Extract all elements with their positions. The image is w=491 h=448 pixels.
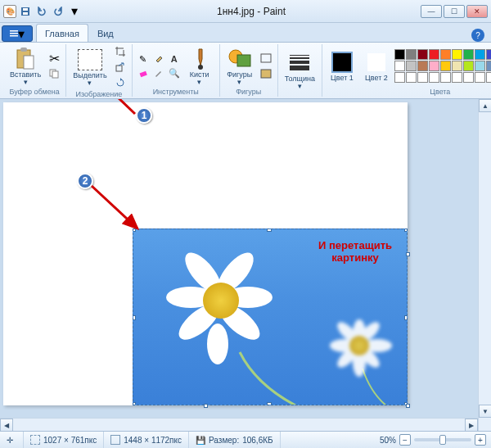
copy-icon[interactable] (46, 66, 62, 81)
palette-color[interactable] (475, 61, 485, 71)
undo-icon[interactable] (34, 4, 49, 19)
chevron-down-icon: ▾ (298, 83, 302, 90)
palette-color[interactable] (440, 49, 451, 60)
selection-dim-icon (30, 435, 40, 445)
palette-custom-slot[interactable] (394, 72, 405, 83)
palette-custom-slot[interactable] (406, 72, 417, 83)
crop-icon[interactable] (112, 44, 128, 59)
vertical-scrollbar[interactable]: ▲ ▼ (478, 99, 491, 431)
tab-home[interactable]: Главная (36, 24, 88, 42)
thickness-icon (290, 51, 309, 75)
palette-color[interactable] (475, 49, 485, 60)
magnifier-icon[interactable]: 🔍 (167, 66, 182, 79)
svg-rect-2 (23, 8, 28, 11)
color-picker-icon[interactable] (151, 66, 166, 79)
horizontal-scrollbar[interactable]: ◀ ▶ (0, 418, 478, 431)
selection-handle[interactable] (133, 315, 136, 320)
select-button[interactable]: Выделить ▾ (70, 46, 110, 88)
tab-view[interactable]: Вид (88, 24, 123, 42)
pencil-icon[interactable]: ✎ (136, 52, 151, 66)
zoom-value: 50% (380, 436, 396, 445)
brushes-button[interactable]: Кисти ▾ (183, 45, 216, 88)
group-colors-label: Цвета (430, 88, 450, 97)
zoom-in-button[interactable]: + (475, 434, 486, 446)
qat-dropdown-icon[interactable]: ▾ (67, 4, 82, 19)
color2-button[interactable]: Цвет 2 (360, 48, 393, 84)
palette-custom-slot[interactable] (463, 72, 474, 83)
window-controls: — ☐ ✕ (421, 5, 488, 18)
minimize-button[interactable]: — (421, 5, 442, 18)
svg-rect-17 (261, 70, 271, 78)
rotate-icon[interactable] (112, 75, 128, 90)
shapes-button[interactable]: Фигуры ▾ (223, 45, 256, 88)
color1-swatch (331, 50, 353, 75)
zoom-slider[interactable] (414, 438, 471, 441)
status-filesize: 💾 Размер: 106,6КБ (189, 432, 281, 448)
palette-color[interactable] (463, 49, 474, 60)
palette-color[interactable] (406, 49, 417, 60)
text-icon[interactable]: A (167, 52, 182, 66)
palette-custom-slot[interactable] (452, 72, 462, 83)
palette-color[interactable] (429, 61, 439, 71)
cut-icon[interactable]: ✂ (46, 51, 62, 66)
palette-custom-slot[interactable] (429, 72, 439, 83)
status-selection: 1027 × 761пкс (24, 432, 104, 448)
canvas-handle[interactable] (204, 404, 208, 408)
selection-handle[interactable] (404, 229, 408, 232)
palette-custom-slot[interactable] (440, 72, 451, 83)
palette-color[interactable] (452, 61, 462, 71)
canvas-handle[interactable] (406, 404, 410, 408)
help-icon[interactable]: ? (471, 29, 484, 42)
eraser-icon[interactable] (136, 66, 151, 79)
shape-fill-icon[interactable] (258, 66, 274, 81)
palette-color[interactable] (429, 49, 439, 60)
scroll-right-icon[interactable]: ▶ (465, 419, 478, 431)
fill-icon[interactable] (151, 52, 166, 66)
resize-icon[interactable] (112, 60, 128, 75)
palette-custom-slot[interactable] (475, 72, 485, 83)
group-tools-label: Инструменты (153, 88, 199, 97)
close-button[interactable]: ✕ (466, 5, 488, 18)
chevron-down-icon: ▾ (197, 79, 201, 86)
selection-handle[interactable] (404, 315, 408, 320)
paste-button[interactable]: Вставить ▾ (7, 45, 44, 88)
group-tools: ✎ A 🔍 Кисти ▾ Инструменты (133, 44, 220, 97)
shape-outline-icon[interactable] (258, 51, 274, 66)
maximize-button[interactable]: ☐ (444, 5, 465, 18)
scroll-down-icon[interactable]: ▼ (479, 405, 491, 418)
palette-color[interactable] (486, 61, 491, 71)
paint-app-icon: 🎨 (3, 5, 16, 18)
palette-custom-slot[interactable] (417, 72, 428, 83)
canvas-handle[interactable] (406, 252, 410, 256)
zoom-thumb[interactable] (439, 435, 446, 445)
palette-color[interactable] (452, 49, 462, 60)
redo-icon[interactable] (51, 4, 65, 19)
selection-handle[interactable] (267, 402, 272, 405)
palette-color[interactable] (394, 61, 405, 71)
palette-color[interactable] (440, 61, 451, 71)
file-menu-button[interactable]: ▾ (2, 25, 33, 42)
canvas[interactable]: И перетащитькартинку (3, 102, 408, 405)
palette-custom-slot[interactable] (486, 72, 491, 83)
color-palette (394, 49, 491, 83)
color2-label: Цвет 2 (365, 75, 388, 82)
palette-color[interactable] (463, 61, 474, 71)
pasted-selection[interactable]: И перетащитькартинку (133, 229, 408, 405)
annotation-drag-text: И перетащитькартинку (318, 239, 392, 264)
palette-color[interactable] (394, 49, 405, 60)
color1-button[interactable]: Цвет 1 (326, 48, 358, 84)
palette-color[interactable] (486, 49, 491, 60)
svg-rect-11 (116, 66, 122, 71)
selection-handle[interactable] (133, 229, 136, 232)
scroll-left-icon[interactable]: ◀ (0, 419, 13, 431)
palette-color[interactable] (417, 61, 428, 71)
palette-color[interactable] (417, 49, 428, 60)
palette-color[interactable] (406, 61, 417, 71)
selection-handle[interactable] (267, 229, 272, 232)
chevron-down-icon: ▾ (24, 79, 28, 86)
thickness-button[interactable]: Толщина ▾ (282, 49, 318, 92)
scroll-up-icon[interactable]: ▲ (479, 99, 491, 112)
zoom-out-button[interactable]: − (399, 434, 411, 446)
selection-handle[interactable] (133, 402, 136, 405)
save-icon[interactable] (18, 4, 33, 19)
